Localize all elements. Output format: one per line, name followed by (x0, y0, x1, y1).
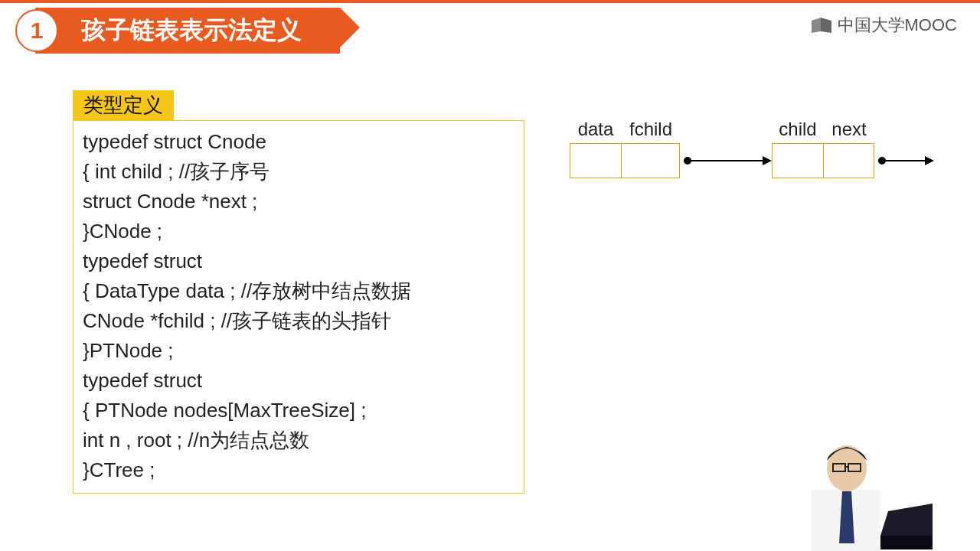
content-area: 类型定义 typedef struct Cnode { int child ; … (73, 90, 524, 494)
node-diagram: data fchild child next (570, 119, 968, 178)
arrow-icon (680, 143, 772, 178)
logo-text: 中国大学MOOC (838, 14, 957, 37)
code-line: { DataType data ; //存放树中结点数据 (83, 276, 514, 306)
code-block: typedef struct Cnode { int child ; //孩子序… (73, 120, 524, 494)
svg-marker-7 (925, 156, 934, 165)
mooc-logo: 中国大学MOOC (810, 14, 957, 37)
code-line: typedef struct (83, 246, 514, 276)
header: 1 孩子链表表示法定义 (15, 8, 340, 54)
label-fchild: fchild (622, 119, 680, 140)
cell-data (570, 143, 622, 178)
svg-marker-8 (880, 504, 933, 536)
type-definition-label: 类型定义 (73, 90, 174, 120)
arrow-icon (874, 143, 934, 178)
cell-next (824, 143, 874, 178)
code-line: { PTNode nodes[MaxTreeSize] ; (83, 396, 514, 425)
code-line: }CNode ; (83, 217, 514, 246)
code-line: typedef struct (83, 366, 514, 396)
svg-rect-9 (880, 536, 933, 549)
label-child: child (772, 119, 824, 140)
presenter-video (766, 421, 934, 551)
svg-marker-1 (821, 18, 831, 33)
label-data: data (570, 119, 622, 140)
cell-child (772, 143, 824, 178)
top-accent-line (0, 0, 980, 3)
code-line: typedef struct Cnode (83, 127, 514, 157)
label-next: next (824, 119, 874, 140)
svg-marker-4 (763, 156, 772, 165)
svg-marker-0 (812, 18, 821, 33)
code-line: }CTree ; (83, 455, 514, 485)
cell-fchild (622, 143, 680, 178)
code-line: CNode *fchild ; //孩子链表的头指针 (83, 306, 514, 336)
code-line: }PTNode ; (83, 336, 514, 366)
code-line: { int child ; //孩子序号 (83, 157, 514, 187)
book-icon (810, 16, 833, 34)
code-line: struct Cnode *next ; (83, 187, 514, 217)
slide-title: 孩子链表表示法定义 (35, 8, 340, 54)
section-number: 1 (15, 9, 58, 52)
code-line: int n , root ; //n为结点总数 (83, 425, 514, 455)
